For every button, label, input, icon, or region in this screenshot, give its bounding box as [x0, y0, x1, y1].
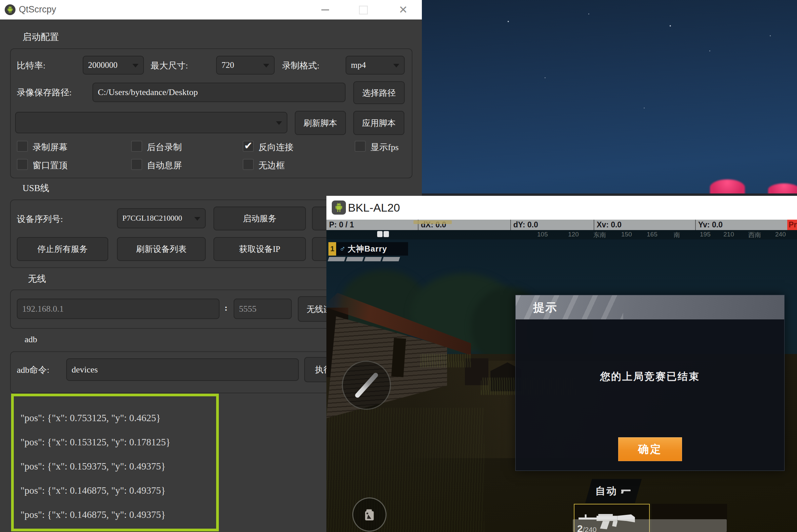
grass-tuft: [420, 354, 471, 367]
wireless-ip-input[interactable]: 192.168.0.1: [17, 299, 219, 319]
device-window-title: BKL-AL20: [348, 201, 400, 214]
log-line: "pos": {"x": 0.153125, "y": 0.178125}: [20, 430, 216, 454]
stop-all-services-button[interactable]: 停止所有服务: [17, 237, 108, 261]
record-format-value: mp4: [351, 60, 366, 70]
checkbox-reverse-connect[interactable]: ✔: [243, 141, 254, 152]
max-size-combo[interactable]: 720: [216, 56, 275, 75]
compass-label: 南: [674, 231, 680, 240]
star: [670, 25, 671, 26]
compass-label: 105: [537, 231, 548, 238]
refresh-script-label: 刷新脚本: [304, 117, 337, 129]
dropdown-arrow-icon: [132, 64, 139, 68]
wireless-port-input[interactable]: 5555: [234, 299, 292, 319]
checkbox-show-fps[interactable]: [355, 141, 366, 152]
bitrate-combo[interactable]: 2000000: [83, 56, 144, 75]
wireless-ip-placeholder: 192.168.0.1: [22, 304, 64, 314]
maximize-button[interactable]: [351, 0, 375, 19]
debug-overlay-bar: P: 0 / 1 dX: 0.0 dY: 0.0 Xv: 0.0 Yv: 0.0…: [326, 220, 797, 230]
apply-script-label: 应用脚本: [362, 117, 396, 129]
star: [709, 50, 710, 51]
record-format-combo[interactable]: mp4: [346, 56, 405, 75]
ip-port-colon: :: [224, 303, 228, 313]
overlay-yv: Yv: 0.0: [698, 220, 723, 230]
adb-cmd-label: adb命令:: [17, 364, 50, 376]
checkbox-background-record-label: 后台录制: [147, 141, 182, 153]
android-icon: [332, 201, 346, 215]
serial-combo[interactable]: P7CGL18C210000: [117, 208, 206, 228]
script-combo[interactable]: [15, 112, 287, 133]
checkbox-background-record[interactable]: [131, 141, 142, 152]
fire-mode-banner[interactable]: 自动: [585, 479, 642, 503]
window-title: QtScrcpy: [19, 4, 56, 15]
checkbox-show-fps-label: 显示fps: [370, 141, 399, 153]
checkbox-auto-screen-off[interactable]: [131, 159, 142, 170]
apply-script-button[interactable]: 应用脚本: [353, 111, 404, 135]
phone-mirror-background: [422, 0, 797, 196]
refresh-script-button[interactable]: 刷新脚本: [295, 111, 346, 135]
overlay-separator: [594, 220, 594, 230]
save-path-field[interactable]: C:/Users/bytedance/Desktop: [92, 83, 346, 102]
save-path-label: 录像保存路径:: [17, 87, 72, 98]
dropdown-arrow-icon: [276, 121, 282, 125]
choose-path-button[interactable]: 选择路径: [353, 81, 405, 104]
bitrate-value: 2000000: [88, 60, 117, 70]
usb-group-label: USB线: [22, 182, 50, 194]
compass-label: 240: [775, 231, 786, 238]
log-output[interactable]: "pos": {"x": 0.753125, "y": 0.4625} "pos…: [11, 394, 219, 531]
screen: QtScrcpy ✕ 启动配置 比特率: 2000000 最大尺寸: 720 录…: [0, 0, 797, 532]
bkl-al20-window: BKL-AL20 P: 0 / 1 dX: 0.0: [326, 196, 797, 532]
adb-cmd-value: devices: [72, 365, 98, 375]
fuel-can-icon: [362, 507, 377, 522]
player-health-segments: [328, 257, 406, 261]
confirm-button[interactable]: 确定: [618, 437, 682, 461]
start-service-button[interactable]: 启动服务: [214, 207, 306, 230]
star: [508, 21, 509, 22]
serial-value: P7CGL18C210000: [122, 214, 182, 223]
compass-label: 195: [700, 231, 711, 238]
checkbox-frameless[interactable]: [243, 159, 254, 170]
max-size-label: 最大尺寸:: [150, 60, 188, 72]
overlay-dy: dY: 0.0: [513, 220, 538, 230]
compass-label: 150: [621, 231, 632, 238]
game-screen[interactable]: P: 0 / 1 dX: 0.0 dY: 0.0 Xv: 0.0 Yv: 0.0…: [326, 220, 797, 532]
log-line: "pos": {"x": 0.146875, "y": 0.49375}: [20, 478, 216, 502]
compass-label: 165: [647, 231, 657, 238]
launch-config-label: 启动配置: [22, 31, 59, 43]
refresh-device-list-button[interactable]: 刷新设备列表: [117, 237, 206, 261]
compass-label: 西南: [748, 231, 761, 240]
checkbox-record-screen[interactable]: [17, 141, 28, 152]
overlay-p: P: 0 / 1: [329, 220, 354, 230]
checkbox-always-on-top[interactable]: [17, 159, 28, 170]
indicator-square: [383, 231, 389, 237]
header-streaks: [515, 295, 623, 319]
melee-bullet-button[interactable]: [342, 361, 391, 410]
compass-label: 东南: [593, 231, 606, 240]
adb-cmd-input[interactable]: devices: [66, 358, 299, 381]
compass-label: 210: [723, 231, 734, 238]
refresh-devices-label: 刷新设备列表: [136, 244, 186, 254]
bkl-titlebar: BKL-AL20: [326, 196, 797, 220]
log-line: "pos": {"x": 0.753125, "y": 0.4625}: [20, 406, 216, 430]
get-device-ip-button[interactable]: 获取设备IP: [214, 237, 306, 261]
confirm-label: 确定: [638, 442, 662, 457]
indicator-square: [377, 231, 382, 237]
log-line: "pos": {"x": 0.159375, "y": 0.49375}: [20, 454, 216, 478]
dropdown-arrow-icon: [263, 64, 269, 68]
star: [588, 14, 589, 15]
dialog-title: 提示: [533, 300, 557, 316]
overlay-xv: Xv: 0.0: [597, 220, 621, 230]
bitrate-label: 比特率:: [17, 60, 46, 72]
get-ip-label: 获取设备IP: [239, 244, 280, 254]
close-icon: ✕: [399, 4, 408, 16]
compass-marker: [414, 220, 452, 224]
fuel-can-button[interactable]: [352, 497, 386, 532]
wireless-port-placeholder: 5555: [239, 304, 256, 314]
adb-group-label: adb: [24, 335, 37, 345]
overlay-separator: [510, 220, 511, 230]
save-path-value: C:/Users/bytedance/Desktop: [98, 87, 198, 97]
wireless-group-label: 无线: [28, 273, 46, 285]
record-format-label: 录制格式:: [282, 60, 319, 72]
close-button[interactable]: ✕: [393, 0, 416, 19]
minimize-button[interactable]: [313, 0, 337, 19]
overlay-separator: [695, 220, 696, 230]
